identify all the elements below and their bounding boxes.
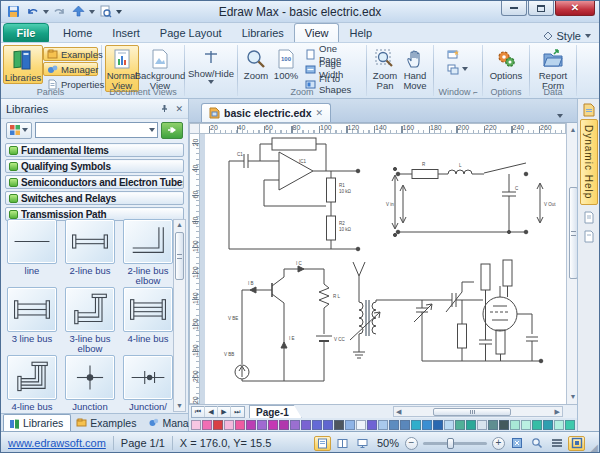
show-hide-button[interactable]: Show/Hide [188, 45, 234, 85]
color-swatch[interactable] [554, 420, 564, 430]
scroll-up-icon[interactable]: ▲ [176, 220, 183, 230]
library-section-qualifying-symbols[interactable]: Qualifying Symbols [5, 159, 184, 173]
library-scrollbar[interactable]: ▲ ▼ [173, 219, 186, 412]
tab-help[interactable]: Help [339, 23, 382, 42]
color-swatch[interactable] [433, 420, 443, 430]
shape-elbow2-tile[interactable] [123, 219, 173, 264]
window-dialog-launcher-icon[interactable]: ⌐ [473, 88, 478, 97]
shape-line-tile[interactable] [7, 219, 57, 264]
color-swatch[interactable] [565, 420, 575, 430]
tab-view[interactable]: View [294, 23, 340, 42]
library-section-switches-and-relays[interactable]: Switches and Relays [5, 191, 184, 205]
color-swatch[interactable] [455, 420, 465, 430]
scrollbar-thumb[interactable] [175, 232, 184, 280]
zoom-slider[interactable] [423, 442, 487, 445]
color-swatch[interactable] [422, 420, 432, 430]
circuit-opamp[interactable]: IC1 C1 R1 10 kΩ R2 10 kΩ [229, 138, 398, 251]
last-page-button[interactable]: ⏭ [231, 406, 244, 417]
presentation-mode-button[interactable] [354, 436, 371, 451]
help-page-icon[interactable] [582, 103, 596, 117]
color-swatch[interactable] [389, 420, 399, 430]
zoom-in-button[interactable]: + [492, 437, 505, 450]
arrange-windows-button[interactable] [443, 62, 472, 76]
color-swatch[interactable] [246, 420, 256, 430]
color-swatch[interactable] [345, 420, 355, 430]
color-swatch[interactable] [191, 420, 201, 430]
color-swatch[interactable] [400, 420, 410, 430]
tab-libraries[interactable]: Libraries [232, 23, 294, 42]
color-swatch[interactable] [378, 420, 388, 430]
style-button[interactable]: Style [557, 30, 581, 42]
fit-page-button[interactable] [508, 436, 525, 451]
edrawsoft-link[interactable]: www.edrawsoft.com [8, 437, 106, 449]
document-close-icon[interactable]: ✕ [316, 108, 324, 118]
drawing-page[interactable]: IC1 C1 R1 10 kΩ R2 10 kΩ [200, 134, 566, 404]
zoom-button[interactable]: Zoom [241, 45, 271, 82]
library-go-button[interactable] [161, 122, 183, 139]
library-menu-button[interactable] [6, 122, 32, 139]
style-icon[interactable] [543, 31, 553, 41]
tab-page-layout[interactable]: Page Layout [150, 23, 232, 42]
color-swatch[interactable] [323, 420, 333, 430]
shape-bus3-tile[interactable] [7, 287, 57, 332]
help-doc-icon[interactable] [583, 211, 595, 224]
circuit-rlc[interactable]: R L C V in V Out [386, 162, 556, 234]
panel-close-icon[interactable]: ✕ [175, 104, 183, 114]
color-swatch[interactable] [268, 420, 278, 430]
panel-tab-libraries[interactable]: Libraries [3, 414, 71, 431]
maximize-button[interactable] [528, 1, 554, 16]
scroll-down-icon[interactable]: ▼ [176, 401, 183, 411]
library-section-semiconductors-and-electron-tubes[interactable]: Semiconductors and Electron Tubes [5, 175, 184, 189]
color-swatch[interactable] [466, 420, 476, 430]
zoom-slider-thumb[interactable] [447, 438, 454, 449]
color-swatch[interactable] [367, 420, 377, 430]
tab-list-dropdown-icon[interactable] [557, 114, 563, 118]
color-swatch[interactable] [334, 420, 344, 430]
color-swatch[interactable] [290, 420, 300, 430]
circuit-transistor[interactable]: I C I B I E R L V CC V BE V BB [224, 261, 346, 381]
zoom-region-button[interactable] [528, 436, 545, 451]
help-doc2-icon[interactable] [583, 230, 595, 243]
libraries-button[interactable]: Libraries [3, 45, 43, 84]
color-swatch[interactable] [532, 420, 542, 430]
zoom-100-button[interactable]: 100 100% [271, 45, 301, 82]
zoom-pan-button[interactable]: Zoom Pan [370, 45, 400, 92]
color-swatch[interactable] [301, 420, 311, 430]
new-window-button[interactable] [443, 47, 463, 61]
options-button[interactable]: Options [486, 45, 526, 82]
color-swatch[interactable] [543, 420, 553, 430]
scroll-left-icon[interactable]: ◀ [396, 407, 401, 417]
color-swatch[interactable] [257, 420, 267, 430]
split-view-mode-button[interactable] [334, 436, 351, 451]
shape-junction2-tile[interactable] [123, 355, 173, 400]
color-swatch[interactable] [224, 420, 234, 430]
scroll-down-icon[interactable]: ▼ [570, 392, 577, 402]
library-section-fundamental-items[interactable]: Fundamental Items [5, 143, 184, 157]
pan-window-button[interactable] [568, 436, 585, 451]
first-page-button[interactable]: ⏮ [192, 406, 205, 417]
color-swatch[interactable] [279, 420, 289, 430]
pin-icon[interactable] [160, 104, 169, 113]
color-swatch[interactable] [499, 420, 509, 430]
color-swatch[interactable] [521, 420, 531, 430]
page-tab[interactable]: Page-1 [249, 405, 302, 418]
minimize-button[interactable] [501, 1, 527, 16]
color-swatch[interactable] [488, 420, 498, 430]
tab-home[interactable]: Home [53, 23, 102, 42]
close-button[interactable]: ✕ [555, 1, 595, 16]
circuit-radio[interactable] [350, 260, 543, 363]
prev-page-button[interactable]: ◀ [205, 406, 218, 417]
style-dropdown-icon[interactable] [585, 34, 591, 38]
normal-view-mode-button[interactable] [314, 436, 331, 451]
file-menu-button[interactable]: File [3, 23, 49, 42]
shape-junction-tile[interactable] [65, 355, 115, 400]
report-form-button[interactable]: Report Form [533, 45, 573, 92]
scroll-right-icon[interactable]: ▶ [555, 407, 560, 417]
color-swatch[interactable] [356, 420, 366, 430]
shape-elbow3-tile[interactable] [65, 287, 115, 332]
scrollbar-thumb[interactable] [433, 408, 511, 416]
color-swatch[interactable] [477, 420, 487, 430]
shape-bus4-tile[interactable] [123, 287, 173, 332]
library-search-input[interactable] [35, 122, 158, 138]
zoom-out-button[interactable]: − [405, 437, 418, 450]
